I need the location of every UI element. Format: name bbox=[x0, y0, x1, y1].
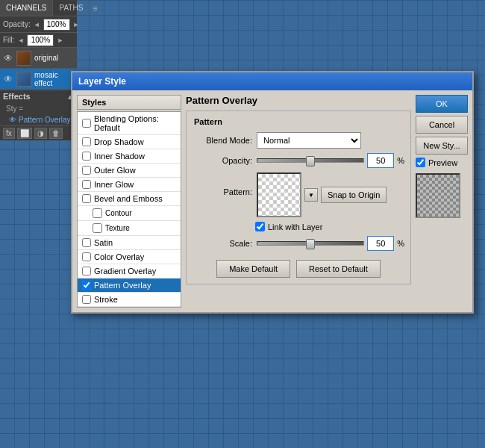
fill-input[interactable] bbox=[27, 34, 54, 46]
checkbox-pattern-overlay[interactable] bbox=[82, 281, 91, 290]
checkbox-satin[interactable] bbox=[82, 238, 91, 247]
pattern-preview[interactable] bbox=[257, 172, 301, 217]
delete-layer-icon[interactable]: 🗑 bbox=[49, 128, 63, 139]
panel-tabs: CHANNELS PATHS ≡ bbox=[0, 0, 77, 16]
checkbox-gradient-overlay[interactable] bbox=[82, 267, 91, 276]
opacity-form-label: Opacity: bbox=[193, 156, 252, 165]
label-bevel: Bevel and Emboss bbox=[94, 194, 163, 203]
dialog-content: Styles Blending Options: Default Drop Sh… bbox=[72, 90, 472, 312]
eye-icon-mosaic[interactable]: 👁 bbox=[3, 74, 13, 84]
checkbox-color-overlay[interactable] bbox=[82, 252, 91, 261]
checkbox-blending[interactable] bbox=[82, 119, 91, 128]
layer-bottom-toolbar: fx ⬜ ◑ 🗑 bbox=[0, 125, 77, 140]
fill-arrow-right[interactable]: ► bbox=[57, 37, 63, 44]
style-drop-shadow[interactable]: Drop Shadow bbox=[78, 135, 181, 149]
label-contour: Contour bbox=[105, 209, 132, 217]
style-color-overlay[interactable]: Color Overlay bbox=[78, 250, 181, 264]
style-contour[interactable]: Contour bbox=[78, 206, 181, 221]
preview-checkbox[interactable] bbox=[416, 158, 425, 167]
channels-tab-label: CHANNELS bbox=[6, 4, 46, 12]
scale-slider-container: 50 % bbox=[257, 236, 404, 251]
new-layer-mask-icon[interactable]: ⬜ bbox=[17, 128, 32, 139]
layer-style-dialog: Layer Style Styles Blending Options: Def… bbox=[71, 71, 474, 314]
layer-thumb-original bbox=[16, 51, 31, 66]
right-buttons: OK Cancel New Sty... Preview bbox=[416, 95, 468, 308]
dialog-titlebar: Layer Style bbox=[72, 72, 472, 90]
style-outer-glow[interactable]: Outer Glow bbox=[78, 164, 181, 178]
label-satin: Satin bbox=[94, 238, 113, 247]
fx-button[interactable]: fx bbox=[3, 128, 15, 139]
checkbox-inner-shadow[interactable] bbox=[82, 152, 91, 161]
cancel-button[interactable]: Cancel bbox=[416, 116, 468, 134]
bottom-buttons: Make Default Reset to Default bbox=[193, 260, 404, 278]
fill-arrow-left[interactable]: ◄ bbox=[18, 37, 25, 44]
checkbox-bevel[interactable] bbox=[82, 194, 91, 203]
layer-original[interactable]: 👁 original bbox=[0, 48, 77, 69]
style-bevel-emboss[interactable]: Bevel and Emboss bbox=[78, 192, 181, 206]
opacity-percent: % bbox=[397, 156, 404, 165]
tab-paths[interactable]: PATHS bbox=[53, 0, 90, 16]
opacity-form-row: Opacity: 50 % bbox=[193, 153, 404, 168]
styles-header: Styles bbox=[77, 95, 181, 110]
pattern-picker: ▼ Snap to Origin bbox=[257, 172, 387, 217]
blend-mode-label: Blend Mode: bbox=[193, 136, 252, 145]
pattern-dropdown-button[interactable]: ▼ bbox=[304, 188, 318, 202]
checkbox-outer-glow[interactable] bbox=[82, 166, 91, 175]
opacity-slider-thumb[interactable] bbox=[306, 156, 315, 167]
label-outer-glow: Outer Glow bbox=[94, 166, 136, 175]
scale-row: Scale: 50 % bbox=[193, 236, 404, 251]
label-inner-glow: Inner Glow bbox=[94, 180, 134, 189]
blend-mode-row: Blend Mode: Normal Dissolve Multiply Scr… bbox=[193, 132, 404, 149]
panel-menu-icon[interactable]: ≡ bbox=[90, 2, 100, 14]
reset-default-button[interactable]: Reset to Default bbox=[296, 260, 381, 278]
style-pattern-overlay[interactable]: Pattern Overlay bbox=[78, 279, 181, 293]
pattern-group: Pattern Blend Mode: Normal Dissolve Mult… bbox=[186, 111, 411, 284]
pattern-row: Pattern: ▼ Snap to Origin bbox=[193, 172, 404, 217]
checkbox-inner-glow[interactable] bbox=[82, 180, 91, 189]
layer-mosaic[interactable]: 👁 mosaic effect bbox=[0, 69, 77, 90]
ok-button[interactable]: OK bbox=[416, 95, 468, 113]
scale-value-input[interactable]: 50 bbox=[367, 236, 394, 251]
checkbox-drop-shadow[interactable] bbox=[82, 137, 91, 146]
opacity-value-input[interactable]: 50 bbox=[367, 153, 394, 168]
blend-mode-select[interactable]: Normal Dissolve Multiply Screen Overlay bbox=[257, 132, 361, 149]
scale-percent: % bbox=[397, 239, 404, 248]
opacity-arrow-right[interactable]: ► bbox=[73, 21, 80, 28]
style-gradient-overlay[interactable]: Gradient Overlay bbox=[78, 264, 181, 279]
effects-pattern-overlay[interactable]: 👁 Pattern Overlay bbox=[0, 114, 77, 125]
style-satin[interactable]: Satin bbox=[78, 236, 181, 250]
fill-row: Fill: ◄ ► bbox=[0, 33, 77, 48]
eye-icon-effect: 👁 bbox=[9, 116, 16, 124]
checkbox-stroke[interactable] bbox=[82, 295, 91, 304]
checkbox-texture[interactable] bbox=[93, 223, 102, 233]
style-inner-shadow[interactable]: Inner Shadow bbox=[78, 149, 181, 164]
opacity-slider-container: 50 % bbox=[257, 153, 404, 168]
opacity-arrow-left[interactable]: ◄ bbox=[34, 21, 40, 28]
checkbox-contour[interactable] bbox=[93, 208, 102, 218]
fill-label: Fill: bbox=[3, 36, 15, 44]
opacity-input[interactable] bbox=[43, 19, 70, 31]
opacity-row: Opacity: ◄ ► bbox=[0, 16, 77, 33]
new-style-button[interactable]: New Sty... bbox=[416, 137, 468, 155]
label-pattern-overlay: Pattern Overlay bbox=[94, 281, 151, 290]
styles-list: Blending Options: Default Drop Shadow In… bbox=[77, 111, 181, 308]
style-stroke[interactable]: Stroke bbox=[78, 293, 181, 307]
make-default-button[interactable]: Make Default bbox=[216, 260, 290, 278]
layer-thumb-mosaic bbox=[16, 72, 31, 87]
link-layer-label: Link with Layer bbox=[268, 223, 322, 231]
preview-thumbnail bbox=[416, 173, 460, 218]
label-inner-shadow: Inner Shadow bbox=[94, 152, 145, 161]
tab-channels[interactable]: CHANNELS bbox=[0, 0, 53, 16]
section-title: Pattern Overlay bbox=[186, 95, 411, 106]
scale-slider-thumb[interactable] bbox=[306, 239, 315, 249]
scale-slider-track[interactable] bbox=[257, 238, 364, 249]
snap-to-origin-button[interactable]: Snap to Origin bbox=[321, 187, 387, 203]
eye-icon-original[interactable]: 👁 bbox=[3, 53, 13, 63]
opacity-label: Opacity: bbox=[3, 20, 31, 28]
link-layer-checkbox[interactable] bbox=[255, 222, 265, 231]
opacity-slider-track[interactable] bbox=[257, 155, 364, 166]
style-texture[interactable]: Texture bbox=[78, 221, 181, 236]
style-inner-glow[interactable]: Inner Glow bbox=[78, 178, 181, 192]
style-blending-options[interactable]: Blending Options: Default bbox=[78, 112, 181, 135]
adjustment-layer-icon[interactable]: ◑ bbox=[34, 128, 47, 139]
